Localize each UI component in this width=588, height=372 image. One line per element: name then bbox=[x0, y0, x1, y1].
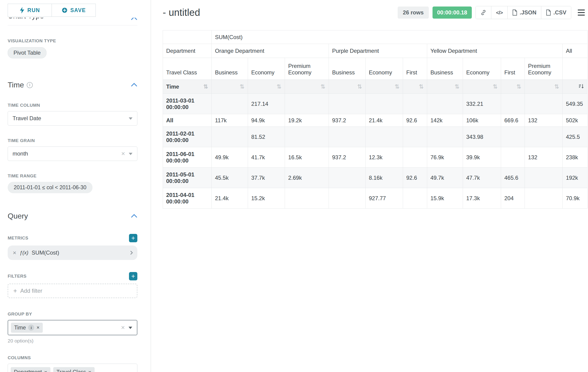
add-filter-button[interactable] bbox=[129, 272, 137, 280]
export-button-group: .JSON .CSV bbox=[475, 6, 571, 19]
group-by-select[interactable]: Time bbox=[8, 320, 137, 335]
table-cell: 21.4k bbox=[212, 188, 248, 209]
visualization-type-value[interactable]: Pivot Table bbox=[8, 47, 46, 58]
remove-tag-icon[interactable] bbox=[36, 325, 40, 331]
table-cell bbox=[329, 127, 366, 147]
table-cell: 192k bbox=[563, 168, 588, 188]
table-cell: 425.5 bbox=[563, 127, 588, 147]
time-range-value[interactable]: 2011-01-01 ≤ col < 2011-06-30 bbox=[8, 182, 93, 193]
plus-icon bbox=[13, 287, 17, 294]
sortable-column-cell[interactable]: ⇅ bbox=[285, 80, 329, 94]
group-by-tag[interactable]: Time bbox=[11, 323, 43, 333]
clear-icon[interactable] bbox=[121, 150, 125, 157]
table-cell: 927.77 bbox=[366, 188, 403, 209]
travel-class-header: Business bbox=[212, 58, 248, 80]
time-column-select[interactable]: Travel Date bbox=[8, 111, 137, 126]
remove-tag-icon[interactable] bbox=[88, 369, 91, 372]
table-cell bbox=[525, 127, 563, 147]
sort-icon[interactable]: ⇅ bbox=[554, 84, 559, 89]
code-icon bbox=[496, 9, 503, 16]
travel-class-header: Economy bbox=[366, 58, 403, 80]
add-filter-dropzone[interactable]: Add filter bbox=[8, 284, 137, 298]
embed-code-button[interactable] bbox=[491, 6, 507, 19]
sort-icon[interactable]: ⇅ bbox=[455, 84, 460, 89]
collapse-chevron-icon[interactable] bbox=[131, 214, 137, 219]
table-cell bbox=[329, 188, 366, 209]
columns-select[interactable]: DepartmentTravel Class bbox=[8, 364, 137, 372]
sortable-column-cell[interactable]: ⇅ bbox=[403, 80, 427, 94]
table-cell: 502k bbox=[563, 114, 588, 127]
visualization-type-label: VISUALIZATION TYPE bbox=[8, 38, 137, 43]
run-button-label: RUN bbox=[27, 7, 40, 13]
column-tag[interactable]: Travel Class bbox=[53, 367, 94, 372]
sortable-column-cell[interactable]: Time⇅ bbox=[163, 80, 212, 94]
sort-icon[interactable]: ⇅ bbox=[395, 84, 399, 89]
column-tag[interactable]: Department bbox=[11, 367, 51, 372]
table-cell: 142k bbox=[427, 114, 463, 127]
sort-icon[interactable]: ⇅ bbox=[493, 84, 498, 89]
add-filter-label: Add filter bbox=[20, 287, 42, 294]
run-button[interactable]: RUN bbox=[8, 4, 52, 17]
sort-desc-active-icon[interactable] bbox=[578, 84, 584, 90]
csv-file-icon bbox=[546, 10, 551, 16]
table-cell: 45.5k bbox=[212, 168, 248, 188]
chart-title[interactable]: - untitled bbox=[163, 7, 200, 18]
time-grain-value: month bbox=[12, 150, 28, 157]
travel-class-header: Business bbox=[427, 58, 463, 80]
sortable-column-cell[interactable]: ⇅ bbox=[463, 80, 501, 94]
sortable-column-cell[interactable]: ⇅ bbox=[427, 80, 463, 94]
sort-icon[interactable]: ⇅ bbox=[240, 84, 244, 89]
export-csv-button[interactable]: .CSV bbox=[541, 6, 571, 19]
table-cell: 47.7k bbox=[463, 168, 501, 188]
plus-circle-icon bbox=[62, 7, 68, 13]
sortable-column-cell[interactable]: ⇅ bbox=[248, 80, 285, 94]
sortable-column-cell[interactable]: ⇅ bbox=[212, 80, 248, 94]
chart-panel: - untitled 26 rows 00:00:00.18 .JSON bbox=[151, 0, 588, 372]
group-by-tag-label: Time bbox=[14, 325, 26, 331]
sort-icon[interactable]: ⇅ bbox=[277, 84, 282, 89]
sort-icon[interactable]: ⇅ bbox=[516, 84, 521, 89]
json-file-icon bbox=[512, 10, 517, 16]
sort-icon[interactable]: ⇅ bbox=[321, 84, 325, 89]
metric-item[interactable]: ƒ(x) SUM(Cost) bbox=[8, 245, 137, 260]
remove-metric-icon[interactable] bbox=[13, 249, 16, 256]
sortable-column-cell[interactable]: ⇅ bbox=[329, 80, 366, 94]
time-section-header[interactable]: Time bbox=[8, 81, 137, 89]
hamburger-icon bbox=[578, 10, 585, 11]
more-options-menu-button[interactable] bbox=[575, 6, 588, 19]
export-json-button[interactable]: .JSON bbox=[507, 6, 541, 19]
collapse-chevron-icon[interactable] bbox=[131, 83, 137, 88]
chevron-up-icon[interactable] bbox=[131, 18, 137, 20]
add-metric-button[interactable] bbox=[129, 234, 137, 242]
metric-name: SUM(Cost) bbox=[32, 249, 59, 256]
query-timer-badge: 00:00:00.18 bbox=[432, 7, 472, 19]
sort-icon[interactable]: ⇅ bbox=[203, 84, 208, 89]
sort-icon[interactable]: ⇅ bbox=[357, 84, 362, 89]
table-cell: 669.6 bbox=[501, 114, 525, 127]
table-cell: 465.6 bbox=[501, 168, 525, 188]
sortable-column-cell[interactable]: ⇅ bbox=[525, 80, 563, 94]
travel-class-header: First bbox=[403, 58, 427, 80]
department-corner-cell: Department bbox=[163, 44, 212, 58]
remove-tag-icon[interactable] bbox=[44, 369, 47, 372]
sortable-column-cell[interactable]: ⇅ bbox=[366, 80, 403, 94]
row-header-cell: 2011-06-01 00:00:00 bbox=[163, 147, 212, 168]
clear-icon[interactable] bbox=[121, 324, 125, 331]
sort-icon[interactable]: ⇅ bbox=[419, 84, 424, 89]
sortable-column-cell[interactable] bbox=[563, 80, 588, 94]
table-cell: 132 bbox=[525, 114, 563, 127]
copy-link-button[interactable] bbox=[476, 6, 491, 19]
sortable-column-cell[interactable]: ⇅ bbox=[501, 80, 525, 94]
time-section-title: Time bbox=[8, 81, 24, 89]
row-header-cell: 2011-02-01 00:00:00 bbox=[163, 127, 212, 147]
app-root: RUN SAVE Chart Type VISUALIZATION TYPE P… bbox=[0, 0, 588, 372]
table-cell: 343.98 bbox=[463, 127, 501, 147]
table-cell bbox=[285, 188, 329, 209]
save-button[interactable]: SAVE bbox=[52, 4, 96, 17]
time-grain-select[interactable]: month bbox=[8, 147, 137, 161]
save-button-label: SAVE bbox=[70, 7, 86, 13]
query-section-header[interactable]: Query bbox=[8, 212, 137, 220]
info-icon bbox=[28, 325, 34, 331]
export-csv-label: .CSV bbox=[553, 9, 566, 16]
chevron-down-icon[interactable] bbox=[128, 327, 132, 329]
